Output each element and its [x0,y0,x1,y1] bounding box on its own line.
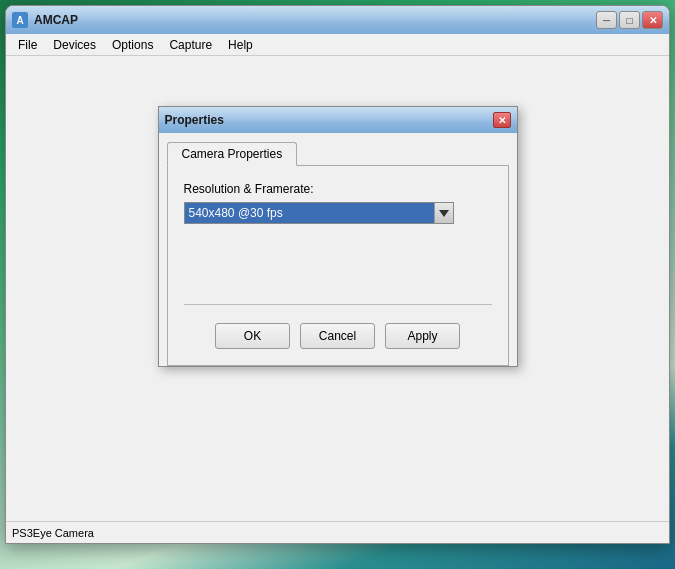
menu-options[interactable]: Options [104,36,161,54]
resolution-label: Resolution & Framerate: [184,182,492,196]
app-icon: A [12,12,28,28]
status-text: PS3Eye Camera [12,527,94,539]
tab-content: Resolution & Framerate: 540x480 @30 fps [167,166,509,366]
menu-file[interactable]: File [10,36,45,54]
menu-capture[interactable]: Capture [161,36,220,54]
minimize-button[interactable]: ─ [596,11,617,29]
properties-dialog: Properties ✕ Camera Properties Resolutio… [158,106,518,367]
menu-bar: File Devices Options Capture Help [6,34,669,56]
cancel-button[interactable]: Cancel [300,323,375,349]
title-bar: A AMCAP ─ □ ✕ [6,6,669,34]
dialog-overlay: Properties ✕ Camera Properties Resolutio… [6,56,669,521]
apply-button[interactable]: Apply [385,323,460,349]
tab-header: Camera Properties [167,141,509,166]
button-row: OK Cancel Apply [184,315,492,353]
maximize-button[interactable]: □ [619,11,640,29]
resolution-dropdown-wrapper: 540x480 @30 fps [184,202,454,224]
tab-control: Camera Properties Resolution & Framerate… [167,141,509,366]
menu-help[interactable]: Help [220,36,261,54]
dialog-title: Properties [165,113,493,127]
title-bar-buttons: ─ □ ✕ [596,11,663,29]
status-bar: PS3Eye Camera [6,521,669,543]
dialog-close-button[interactable]: ✕ [493,112,511,128]
tab-camera-properties[interactable]: Camera Properties [167,142,298,166]
separator [184,304,492,305]
close-window-button[interactable]: ✕ [642,11,663,29]
main-content: Properties ✕ Camera Properties Resolutio… [6,56,669,521]
resolution-value: 540x480 @30 fps [189,206,283,220]
dialog-title-bar: Properties ✕ [159,107,517,133]
window-title: AMCAP [34,13,596,27]
resolution-dropdown[interactable]: 540x480 @30 fps [184,202,454,224]
ok-button[interactable]: OK [215,323,290,349]
menu-devices[interactable]: Devices [45,36,104,54]
main-window: A AMCAP ─ □ ✕ File Devices Options Captu… [5,5,670,544]
